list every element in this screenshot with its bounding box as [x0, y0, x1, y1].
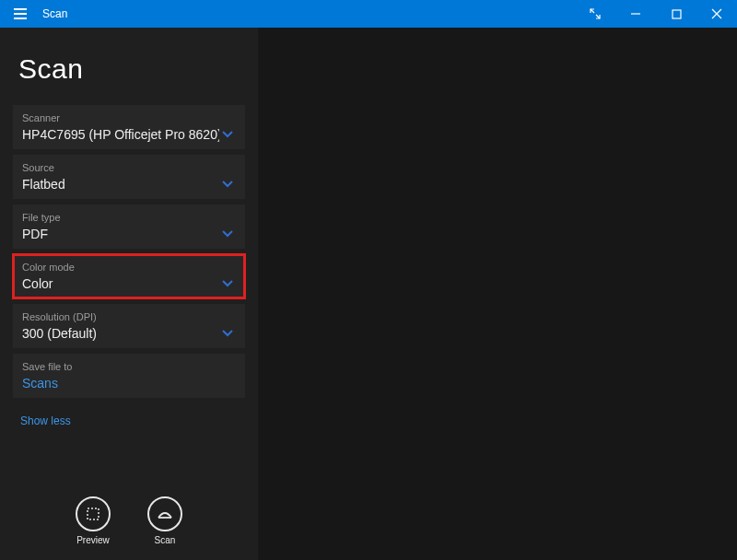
preview-area	[259, 28, 737, 560]
chevron-down-icon	[219, 330, 236, 337]
titlebar: Scan	[0, 0, 737, 28]
source-value: Flatbed	[22, 177, 219, 192]
svg-rect-0	[673, 10, 681, 18]
resolution-dropdown[interactable]: Resolution (DPI) 300 (Default)	[13, 304, 245, 348]
bottom-actions: Preview Scan	[0, 486, 258, 560]
window-title: Scan	[41, 7, 67, 20]
close-icon	[711, 8, 722, 19]
maximize-button[interactable]	[656, 0, 696, 28]
saveto-value[interactable]: Scans	[22, 376, 236, 391]
preview-label: Preview	[76, 535, 110, 545]
resolution-label: Resolution (DPI)	[22, 311, 236, 322]
chevron-down-icon	[219, 131, 236, 138]
filetype-value: PDF	[22, 227, 219, 241]
preview-button[interactable]: Preview	[76, 496, 111, 545]
scan-icon	[156, 505, 174, 523]
body: Scan Scanner HP4C7695 (HP Officejet Pro …	[0, 28, 737, 560]
saveto-label: Save file to	[22, 361, 236, 372]
chevron-down-icon	[219, 230, 236, 238]
source-label: Source	[22, 162, 236, 173]
show-less-link[interactable]: Show less	[20, 414, 71, 427]
resolution-value: 300 (Default)	[22, 326, 219, 341]
colormode-label: Color mode	[22, 262, 236, 273]
colormode-dropdown[interactable]: Color mode Color	[13, 254, 245, 298]
close-button[interactable]	[696, 0, 737, 28]
filetype-dropdown[interactable]: File type PDF	[13, 204, 245, 249]
maximize-icon	[672, 9, 682, 19]
colormode-value: Color	[22, 276, 219, 291]
source-dropdown[interactable]: Source Flatbed	[13, 155, 245, 199]
svg-rect-1	[88, 508, 99, 519]
scanner-dropdown[interactable]: Scanner HP4C7695 (HP Officejet Pro 8620)	[13, 105, 245, 149]
minimize-button[interactable]	[615, 0, 656, 28]
filetype-label: File type	[22, 212, 236, 223]
scan-label: Scan	[155, 535, 176, 545]
preview-icon	[85, 506, 101, 522]
saveto-field[interactable]: Save file to Scans	[13, 354, 245, 398]
fullscreen-icon	[590, 8, 601, 19]
fullscreen-button[interactable]	[575, 0, 615, 28]
scanner-label: Scanner	[22, 112, 236, 123]
scanner-value: HP4C7695 (HP Officejet Pro 8620)	[22, 127, 219, 142]
chevron-down-icon	[219, 181, 236, 188]
chevron-down-icon	[219, 280, 236, 287]
scan-button[interactable]: Scan	[147, 496, 182, 545]
app-window: Scan Scan Scanner H	[0, 0, 737, 560]
page-title: Scan	[0, 28, 258, 105]
hamburger-menu-button[interactable]	[0, 0, 41, 28]
minimize-icon	[630, 8, 641, 19]
settings-sidebar: Scan Scanner HP4C7695 (HP Officejet Pro …	[0, 28, 259, 560]
